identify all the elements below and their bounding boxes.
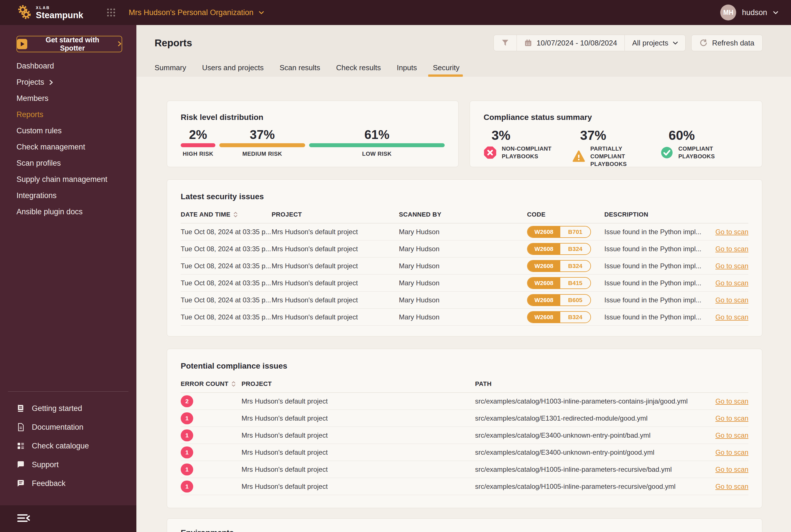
sidebar-item-documentation[interactable]: Documentation	[0, 418, 136, 437]
stat-non-compliant: 3% NON-COMPLIANT PLAYBOOKS	[484, 128, 572, 168]
go-to-scan-link[interactable]: Go to scan	[715, 466, 748, 473]
cell-project: Mrs Hudson's default project	[242, 466, 475, 473]
sidebar-item-custom-rules[interactable]: Custom rules	[0, 123, 136, 139]
cell-error-count: 2	[181, 395, 242, 407]
cell-project: Mrs Hudson's default project	[242, 397, 475, 405]
go-to-scan-link[interactable]: Go to scan	[715, 397, 748, 405]
tab-security[interactable]: Security	[433, 63, 459, 77]
cell-scanned-by: Mary Hudson	[399, 228, 527, 236]
tab-inputs[interactable]: Inputs	[397, 63, 417, 77]
go-to-scan-link[interactable]: Go to scan	[715, 431, 748, 439]
sidebar-item-scan-profiles[interactable]: Scan profiles	[0, 155, 136, 171]
cell-code: W2608B605	[527, 294, 604, 306]
go-to-scan-link[interactable]: Go to scan	[715, 313, 748, 321]
sidebar-item-label: Feedback	[32, 479, 65, 488]
cell-project: Mrs Hudson's default project	[272, 296, 399, 304]
chevron-right-icon	[50, 80, 53, 85]
organization-switcher[interactable]: Mrs Hudson's Personal Organization	[129, 8, 264, 17]
sidebar-item-support[interactable]: Support	[0, 455, 136, 474]
sidebar-item-feedback[interactable]: Feedback	[0, 474, 136, 493]
go-to-scan-link[interactable]: Go to scan	[715, 262, 748, 270]
project-filter-select[interactable]: All projects	[624, 35, 685, 51]
user-name: hudson	[742, 8, 767, 17]
tab-check-results[interactable]: Check results	[336, 63, 381, 77]
code-primary: W2608	[528, 295, 560, 305]
code-primary: W2608	[528, 261, 560, 271]
cell-description: Issue found in the Python impl...	[604, 228, 706, 236]
column-header-error-count[interactable]: ERROR COUNT	[181, 380, 242, 387]
table-row: 1 Mrs Hudson's default project src/examp…	[181, 478, 748, 495]
sidebar-item-ansible-plugin-docs[interactable]: Ansible plugin docs	[0, 204, 136, 220]
table-row: Tue Oct 08, 2024 at 03:35 p... Mrs Hudso…	[181, 309, 748, 326]
sidebar-item-label: Integrations	[17, 191, 57, 200]
tab-summary[interactable]: Summary	[155, 63, 186, 77]
card-title: Potential compliance issues	[181, 361, 748, 370]
sidebar-item-check-catalogue[interactable]: Check catalogue	[0, 437, 136, 455]
user-menu[interactable]: MH hudson	[720, 4, 778, 20]
cell-project: Mrs Hudson's default project	[272, 245, 399, 253]
chevron-down-icon	[773, 11, 778, 15]
cell-scanned-by: Mary Hudson	[399, 296, 527, 304]
collapse-sidebar-icon[interactable]	[17, 512, 31, 525]
table-row: 1 Mrs Hudson's default project src/examp…	[181, 410, 748, 427]
risk-bar-medium	[219, 143, 305, 147]
calendar-icon	[524, 39, 532, 47]
document-icon	[17, 423, 25, 431]
sidebar-item-label: Reports	[17, 110, 43, 119]
environments-card: Environments	[167, 518, 762, 532]
avatar-initials: MH	[724, 9, 734, 17]
sidebar-item-label: Support	[32, 460, 59, 469]
get-started-spotter-button[interactable]: Get started with Spotter	[17, 36, 122, 52]
risk-segment-high: 2% HIGH RISK	[181, 128, 215, 157]
go-to-scan-link[interactable]: Go to scan	[715, 296, 748, 304]
sidebar-item-check-management[interactable]: Check management	[0, 139, 136, 155]
table-row: Tue Oct 08, 2024 at 03:35 p... Mrs Hudso…	[181, 274, 748, 291]
stat-label: COMPLIANT PLAYBOOKS	[678, 145, 748, 160]
catalogue-icon	[17, 442, 25, 450]
tab-scan-results[interactable]: Scan results	[279, 63, 320, 77]
sidebar-item-integrations[interactable]: Integrations	[0, 188, 136, 204]
stat-value: 37%	[580, 128, 661, 142]
cell-description: Issue found in the Python impl...	[604, 313, 706, 321]
page-header: Reports 10/07/2024 - 10/08/2024 All proj…	[136, 25, 791, 77]
sidebar-nav: Dashboard Projects Members Reports Custo…	[0, 58, 136, 220]
avatar: MH	[720, 4, 736, 20]
go-to-scan-link[interactable]: Go to scan	[715, 228, 748, 235]
cell-project: Mrs Hudson's default project	[242, 449, 475, 456]
column-header-date[interactable]: DATE AND TIME	[181, 211, 272, 218]
risk-bar-low	[309, 143, 445, 147]
column-header-path: PATH	[475, 380, 706, 387]
error-count-badge: 1	[181, 480, 193, 493]
app-grid-icon[interactable]	[105, 7, 117, 18]
sidebar-item-dashboard[interactable]: Dashboard	[0, 58, 136, 74]
sidebar-item-members[interactable]: Members	[0, 90, 136, 107]
go-to-scan-link[interactable]: Go to scan	[715, 482, 748, 490]
date-range-picker[interactable]: 10/07/2024 - 10/08/2024	[517, 35, 624, 51]
sidebar-item-getting-started[interactable]: Getting started	[0, 399, 136, 418]
sidebar-item-reports[interactable]: Reports	[0, 107, 136, 123]
refresh-label: Refresh data	[712, 39, 754, 48]
column-header-project: PROJECT	[242, 380, 475, 387]
content: Risk level distribution 2% HIGH RISK 37%…	[136, 77, 791, 532]
filter-button[interactable]	[494, 35, 517, 51]
sidebar-item-projects[interactable]: Projects	[0, 74, 136, 90]
cell-code: W2608B701	[527, 226, 604, 238]
sidebar-item-supply-chain-management[interactable]: Supply chain management	[0, 171, 136, 188]
cell-scanned-by: Mary Hudson	[399, 262, 527, 270]
code-primary: W2608	[528, 312, 560, 323]
tab-users-and-projects[interactable]: Users and projects	[202, 63, 264, 77]
go-to-scan-link[interactable]: Go to scan	[715, 245, 748, 253]
refresh-data-button[interactable]: Refresh data	[691, 35, 763, 51]
cta-label: Get started with Spotter	[32, 36, 113, 52]
cell-project: Mrs Hudson's default project	[272, 262, 399, 270]
cell-error-count: 1	[181, 446, 242, 458]
steampunk-logo: XLAB Steampunk	[17, 4, 83, 21]
go-to-scan-link[interactable]: Go to scan	[715, 414, 748, 422]
go-to-scan-link[interactable]: Go to scan	[715, 279, 748, 287]
cell-description: Issue found in the Python impl...	[604, 262, 706, 270]
chevron-down-icon	[673, 41, 678, 45]
sidebar-item-label: Getting started	[32, 404, 82, 413]
go-to-scan-link[interactable]: Go to scan	[715, 449, 748, 456]
table-row: 2 Mrs Hudson's default project src/examp…	[181, 393, 748, 410]
sort-icon	[231, 381, 236, 387]
